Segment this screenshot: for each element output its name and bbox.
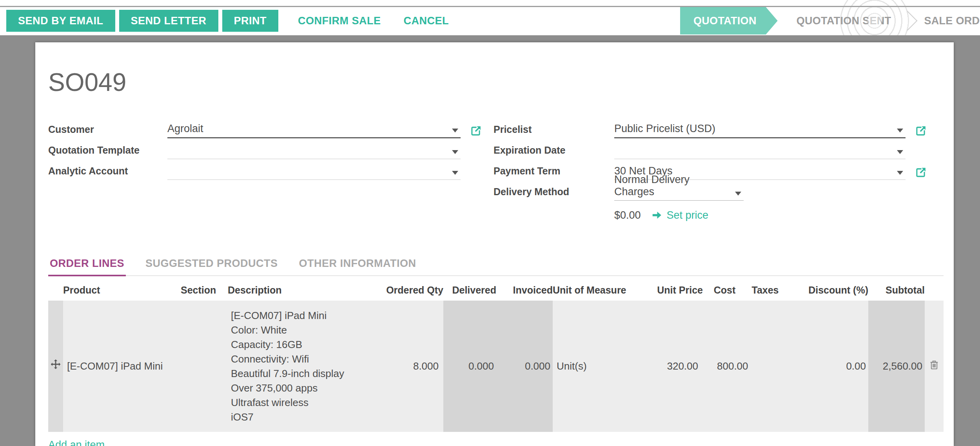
cell-discount[interactable]: 0.00 xyxy=(784,301,868,432)
chevron-down-icon[interactable] xyxy=(452,150,458,154)
payment-term-label: Payment Term xyxy=(494,165,614,180)
quotation-template-row: Quotation Template xyxy=(48,138,494,159)
pricelist-field[interactable]: Public Pricelist (USD) xyxy=(614,121,906,138)
cell-cost[interactable]: 800.00 xyxy=(703,301,746,432)
description-line: Ultrafast wireless xyxy=(231,395,374,410)
description-line: Color: White xyxy=(231,323,374,337)
tab-order-lines[interactable]: ORDER LINES xyxy=(48,257,126,276)
external-link-icon[interactable] xyxy=(469,125,482,138)
cell-subtotal[interactable]: 2,560.00 xyxy=(868,301,925,432)
pricelist-row: Pricelist Public Pricelist (USD) xyxy=(494,118,944,138)
cell-delivered[interactable]: 0.000 xyxy=(443,301,496,432)
delete-line-button[interactable] xyxy=(925,301,944,432)
toolbar-buttons: SEND BY EMAIL SEND LETTER PRINT CONFIRM … xyxy=(6,10,458,32)
cell-taxes[interactable] xyxy=(746,301,784,432)
chevron-down-icon[interactable] xyxy=(897,129,903,132)
add-an-item-link[interactable]: Add an item xyxy=(48,439,105,446)
description-line: Capacity: 16GB xyxy=(231,337,374,352)
tab-suggested-products[interactable]: SUGGESTED PRODUCTS xyxy=(144,257,279,276)
column-header-product: Product xyxy=(63,281,181,301)
description-line: iOS7 xyxy=(231,410,374,424)
trash-icon xyxy=(928,359,940,371)
status-step-quotation-sent[interactable]: QUOTATION SENT xyxy=(786,7,902,34)
expiration-date-label: Expiration Date xyxy=(494,145,614,159)
description-line: Connectivity: Wifi xyxy=(231,352,374,366)
column-header-section: Section xyxy=(181,281,228,301)
delivery-price-row: $0.00 Set price xyxy=(614,206,944,224)
column-header-unit-price: Unit Price xyxy=(646,281,703,301)
set-price-link[interactable]: Set price xyxy=(651,209,709,221)
tab-other-information[interactable]: OTHER INFORMATION xyxy=(298,257,418,276)
form-column-right: Pricelist Public Pricelist (USD) Expirat… xyxy=(494,118,944,224)
cell-unit-price[interactable]: 320.00 xyxy=(646,301,703,432)
pricelist-label: Pricelist xyxy=(494,124,614,138)
drag-handle[interactable] xyxy=(48,301,63,432)
customer-row: Customer Agrolait xyxy=(48,118,494,138)
print-button[interactable]: PRINT xyxy=(222,10,279,32)
description-line: Beautiful 7.9-inch display xyxy=(231,366,374,381)
delivery-method-field[interactable]: Normal Delivery Charges xyxy=(614,183,744,201)
cell-section[interactable] xyxy=(181,301,228,432)
analytic-account-field[interactable] xyxy=(167,163,461,180)
cell-product[interactable]: [E-COM07] iPad Mini xyxy=(63,301,181,432)
status-step-sale-order[interactable]: SALE ORDER xyxy=(914,7,980,34)
chevron-down-icon[interactable] xyxy=(735,192,741,196)
chevron-down-icon[interactable] xyxy=(452,171,458,175)
description-line: Over 375,000 apps xyxy=(231,381,374,395)
order-line-row[interactable]: [E-COM07] iPad Mini [E-COM07] iPad Mini … xyxy=(48,301,944,432)
form-column-left: Customer Agrolait Quotation Template xyxy=(48,118,494,224)
customer-value: Agrolait xyxy=(167,123,203,135)
delete-column-header xyxy=(925,281,944,301)
expiration-date-field[interactable] xyxy=(614,142,906,159)
toolbar: SEND BY EMAIL SEND LETTER PRINT CONFIRM … xyxy=(0,0,980,35)
delivery-method-value: Normal Delivery Charges xyxy=(614,174,730,198)
notebook-tabs: ORDER LINES SUGGESTED PRODUCTS OTHER INF… xyxy=(48,257,944,276)
column-header-taxes: Taxes xyxy=(746,281,784,301)
column-header-discount: Discount (%) xyxy=(784,281,868,301)
arrow-right-icon xyxy=(651,209,663,221)
delivery-method-label: Delivery Method xyxy=(494,186,614,201)
table-header-row: Product Section Description Ordered Qty … xyxy=(48,281,944,301)
column-header-subtotal: Subtotal xyxy=(868,281,925,301)
column-header-ordered-qty: Ordered Qty xyxy=(375,281,443,301)
column-header-delivered: Delivered xyxy=(443,281,496,301)
expiration-date-row: Expiration Date xyxy=(494,138,944,159)
delivery-price-value: $0.00 xyxy=(614,209,641,221)
customer-label: Customer xyxy=(48,124,167,138)
confirm-sale-button[interactable]: CONFIRM SALE xyxy=(289,10,390,32)
status-pipeline: QUOTATION QUOTATION SENT SALE ORDER DONE xyxy=(680,7,980,34)
cell-ordered-qty[interactable]: 8.000 xyxy=(375,301,443,432)
quotation-template-label: Quotation Template xyxy=(48,145,167,159)
cancel-button[interactable]: CANCEL xyxy=(394,10,459,32)
external-link-icon[interactable] xyxy=(914,125,927,138)
delivery-method-row: Delivery Method Normal Delivery Charges xyxy=(494,180,944,201)
customer-field[interactable]: Agrolait xyxy=(167,121,461,138)
cell-unit-of-measure[interactable]: Unit(s) xyxy=(553,301,646,432)
form-fields: Customer Agrolait Quotation Template xyxy=(48,118,944,224)
column-header-unit-of-measure: Unit of Measure xyxy=(553,281,646,301)
analytic-account-label: Analytic Account xyxy=(48,165,167,180)
analytic-account-row: Analytic Account xyxy=(48,159,494,180)
column-header-description: Description xyxy=(228,281,375,301)
order-lines-table: Product Section Description Ordered Qty … xyxy=(48,281,944,432)
chevron-down-icon[interactable] xyxy=(897,150,903,154)
send-by-email-button[interactable]: SEND BY EMAIL xyxy=(6,10,115,32)
pricelist-value: Public Pricelist (USD) xyxy=(614,123,715,135)
chevron-down-icon[interactable] xyxy=(897,171,903,175)
external-link-icon[interactable] xyxy=(914,166,927,179)
cell-invoiced[interactable]: 0.000 xyxy=(496,301,553,432)
form-sheet: SO049 Customer Agrolait xyxy=(35,42,954,446)
column-header-invoiced: Invoiced xyxy=(496,281,553,301)
chevron-down-icon[interactable] xyxy=(452,129,458,132)
quotation-template-field[interactable] xyxy=(167,142,461,159)
set-price-label: Set price xyxy=(667,209,709,221)
status-step-quotation[interactable]: QUOTATION xyxy=(680,7,778,34)
page-title: SO049 xyxy=(48,42,944,95)
page-background: SO049 Customer Agrolait xyxy=(0,35,980,446)
description-line: [E-COM07] iPad Mini xyxy=(231,308,374,323)
handle-column-header xyxy=(48,281,63,301)
cell-description[interactable]: [E-COM07] iPad Mini Color: White Capacit… xyxy=(228,301,375,432)
column-header-cost: Cost xyxy=(703,281,746,301)
send-letter-button[interactable]: SEND LETTER xyxy=(119,10,218,32)
move-icon xyxy=(49,359,62,371)
